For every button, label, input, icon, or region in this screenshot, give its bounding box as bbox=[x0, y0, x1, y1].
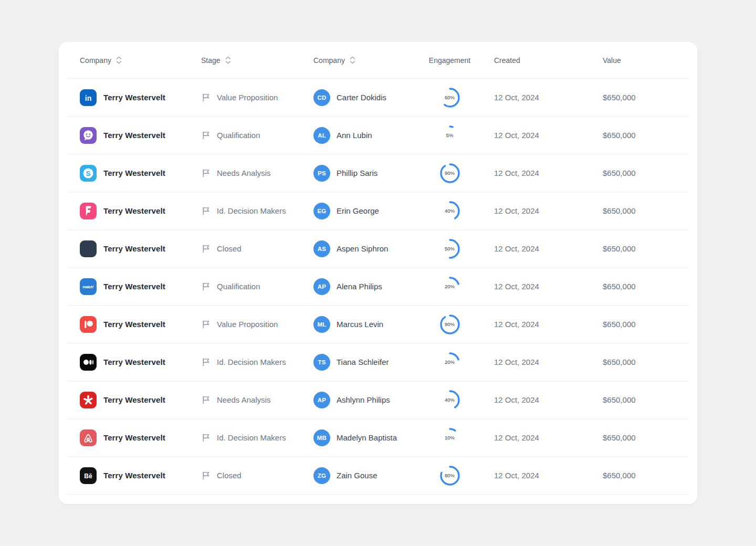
engagement-progress-ring: 50% bbox=[439, 238, 460, 259]
engagement-cell: 90% bbox=[405, 314, 494, 335]
stage-cell: Value Proposition bbox=[201, 92, 313, 102]
deals-table-card: Company Stage Company Engagement bbox=[59, 42, 697, 504]
engagement-percent: 90% bbox=[439, 314, 460, 335]
svg-text:Bē: Bē bbox=[84, 472, 92, 479]
table-row[interactable]: S Terry Westervelt Needs Analysis PS Phi… bbox=[67, 154, 689, 192]
engagement-cell: 50% bbox=[405, 238, 494, 259]
company-cell: Terry Westervelt bbox=[80, 354, 201, 371]
company-cell: Terry Westervelt bbox=[80, 127, 201, 144]
engagement-cell: 40% bbox=[405, 201, 494, 222]
company-cell: Terry Westervelt bbox=[80, 429, 201, 446]
engagement-progress-ring: 20% bbox=[439, 352, 460, 373]
stage-label: Value Proposition bbox=[217, 320, 278, 329]
table-row[interactable]: in Terry Westervelt Value Proposition CD… bbox=[67, 79, 689, 117]
contact-name: Alena Philips bbox=[337, 282, 382, 291]
table-row[interactable]: Terry Westervelt Qualification AL Ann Lu… bbox=[67, 117, 689, 154]
deal-value: $650,000 bbox=[603, 395, 689, 404]
deals-table: Company Stage Company Engagement bbox=[59, 42, 697, 495]
avatar: CD bbox=[313, 89, 330, 106]
table-row[interactable]: Terry Westervelt Id. Decision Makers MB … bbox=[67, 419, 689, 457]
engagement-progress-ring: 40% bbox=[439, 390, 460, 411]
column-header-label: Value bbox=[603, 56, 621, 65]
deal-value: $650,000 bbox=[603, 358, 689, 366]
svg-text:in: in bbox=[85, 93, 91, 102]
table-row[interactable]: Terry Westervelt Needs Analysis AP Ashly… bbox=[67, 381, 689, 419]
contact-name: Ann Lubin bbox=[337, 131, 372, 140]
sort-icon[interactable] bbox=[350, 56, 355, 64]
engagement-percent: 90% bbox=[439, 163, 460, 184]
contact-name: Carter Dokidis bbox=[337, 93, 386, 102]
created-date: 12 Oct, 2024 bbox=[494, 320, 603, 329]
contact-cell: ML Marcus Levin bbox=[313, 316, 405, 333]
company-cell: Bē Terry Westervelt bbox=[80, 467, 201, 484]
contact-name: Marcus Levin bbox=[337, 320, 383, 329]
yelp-logo-icon bbox=[80, 392, 97, 408]
table-header-row: Company Stage Company Engagement bbox=[67, 42, 689, 79]
stage-cell: Id. Decision Makers bbox=[201, 357, 313, 367]
company-name: Terry Westervelt bbox=[103, 282, 165, 291]
sort-icon[interactable] bbox=[116, 56, 122, 64]
table-row[interactable]: Terry Westervelt Id. Decision Makers TS … bbox=[67, 343, 689, 381]
created-date: 12 Oct, 2024 bbox=[494, 244, 603, 253]
engagement-progress-ring: 90% bbox=[439, 163, 460, 184]
engagement-percent: 50% bbox=[439, 238, 460, 259]
flag-icon bbox=[201, 319, 211, 329]
engagement-cell: 40% bbox=[405, 390, 494, 411]
svg-text:match’: match’ bbox=[82, 285, 94, 289]
stage-cell: Value Proposition bbox=[201, 319, 313, 329]
company-cell: S Terry Westervelt bbox=[80, 165, 201, 182]
deal-value: $650,000 bbox=[603, 320, 689, 329]
column-header-contact-company[interactable]: Company bbox=[313, 56, 405, 65]
flag-icon bbox=[201, 470, 211, 480]
company-name: Terry Westervelt bbox=[103, 395, 165, 404]
flag-icon bbox=[201, 168, 211, 178]
engagement-percent: 20% bbox=[439, 276, 460, 297]
column-header-label: Company bbox=[313, 56, 345, 65]
flag-icon bbox=[201, 357, 211, 367]
contact-name: Ashlynn Philips bbox=[337, 395, 390, 404]
engagement-cell: 90% bbox=[405, 163, 494, 184]
avatar: PS bbox=[313, 165, 330, 182]
contact-cell: AS Aspen Siphron bbox=[313, 240, 405, 257]
deal-value: $650,000 bbox=[603, 93, 689, 102]
table-row[interactable]: Terry Westervelt Value Proposition ML Ma… bbox=[67, 306, 689, 343]
created-date: 12 Oct, 2024 bbox=[494, 433, 603, 442]
sort-icon[interactable] bbox=[225, 56, 231, 64]
table-row[interactable]: Terry Westervelt Id. Decision Makers EG … bbox=[67, 192, 689, 230]
table-row[interactable]: match’ Terry Westervelt Qualification AP… bbox=[67, 268, 689, 306]
company-cell: in Terry Westervelt bbox=[80, 89, 201, 106]
company-cell: Terry Westervelt bbox=[80, 203, 201, 219]
contact-cell: AP Ashlynn Philips bbox=[313, 392, 405, 408]
behance-logo-icon: Bē bbox=[80, 467, 97, 484]
engagement-percent: 40% bbox=[439, 390, 460, 411]
match-logo-icon: match’ bbox=[80, 278, 97, 295]
flag-icon bbox=[201, 395, 211, 405]
contact-name: Phillip Saris bbox=[337, 169, 377, 177]
engagement-cell: 80% bbox=[405, 465, 494, 486]
svg-text:S: S bbox=[86, 170, 90, 177]
contact-cell: EG Erin George bbox=[313, 203, 405, 219]
company-name: Terry Westervelt bbox=[103, 169, 165, 177]
engagement-cell: 20% bbox=[405, 352, 494, 373]
engagement-progress-ring: 5% bbox=[439, 125, 460, 146]
stage-cell: Qualification bbox=[201, 130, 313, 140]
flag-icon bbox=[201, 244, 211, 254]
contact-cell: AL Ann Lubin bbox=[313, 127, 405, 144]
engagement-percent: 80% bbox=[439, 465, 460, 486]
engagement-progress-ring: 90% bbox=[439, 314, 460, 335]
deal-value: $650,000 bbox=[603, 433, 689, 442]
engagement-progress-ring: 20% bbox=[439, 276, 460, 297]
contact-name: Aspen Siphron bbox=[337, 244, 388, 253]
column-header-stage[interactable]: Stage bbox=[201, 56, 313, 65]
contact-cell: ZG Zain Gouse bbox=[313, 467, 405, 484]
table-row[interactable]: Bē Terry Westervelt Closed ZG Zain Gouse bbox=[67, 457, 689, 495]
column-header-company[interactable]: Company bbox=[80, 56, 201, 65]
company-name: Terry Westervelt bbox=[103, 320, 165, 329]
stage-cell: Id. Decision Makers bbox=[201, 206, 313, 216]
company-name: Terry Westervelt bbox=[103, 206, 165, 215]
deal-value: $650,000 bbox=[603, 471, 689, 480]
table-row[interactable]: Terry Westervelt Closed AS Aspen Siphron… bbox=[67, 230, 689, 268]
stage-label: Id. Decision Makers bbox=[217, 433, 286, 442]
company-name: Terry Westervelt bbox=[103, 358, 165, 366]
engagement-progress-ring: 10% bbox=[439, 427, 460, 448]
